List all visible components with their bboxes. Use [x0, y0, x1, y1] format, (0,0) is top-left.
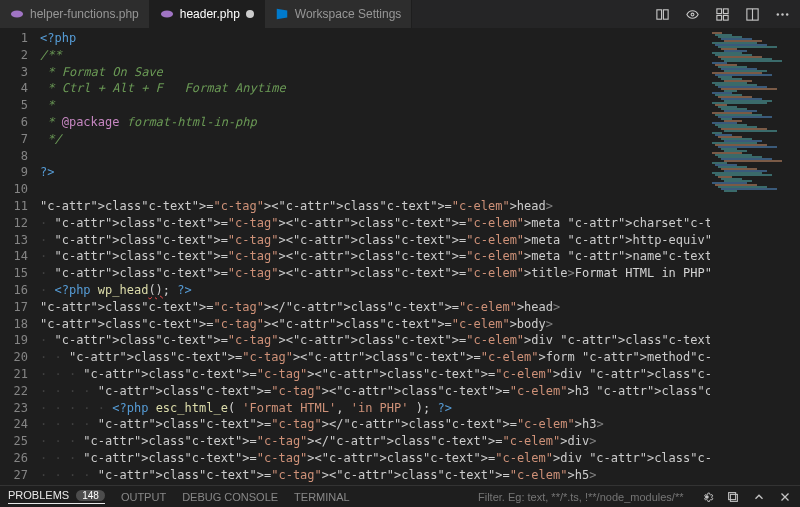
vs-file-icon: [275, 7, 289, 21]
tab-label: helper-functions.php: [30, 7, 139, 21]
svg-rect-15: [730, 494, 737, 501]
svg-rect-7: [716, 15, 721, 20]
compare-icon[interactable]: [654, 6, 670, 22]
svg-point-13: [785, 13, 787, 15]
svg-rect-14: [729, 492, 736, 499]
svg-rect-3: [663, 9, 668, 18]
tab-header-php[interactable]: header.php: [150, 0, 265, 28]
code-content[interactable]: <?php/** * Format On Save * Ctrl + Alt +…: [40, 28, 710, 485]
bottom-panel: PROBLEMS 148 OUTPUT DEBUG CONSOLE TERMIN…: [0, 485, 800, 507]
chevron-up-icon[interactable]: [752, 490, 766, 504]
filter-input[interactable]: [478, 491, 688, 503]
svg-rect-2: [656, 9, 661, 18]
panel-tab-output[interactable]: OUTPUT: [121, 491, 166, 503]
php-file-icon: [160, 7, 174, 21]
tab-label: Workspace Settings: [295, 7, 402, 21]
svg-point-1: [161, 11, 173, 18]
more-icon[interactable]: [774, 6, 790, 22]
svg-point-4: [691, 13, 694, 16]
close-icon[interactable]: [778, 490, 792, 504]
tab-label: header.php: [180, 7, 240, 21]
problems-badge: 148: [76, 490, 105, 501]
php-file-icon: [10, 7, 24, 21]
extension-icon[interactable]: [714, 6, 730, 22]
line-gutter: 1234567891011121314151617181920212223242…: [0, 28, 40, 485]
tab-helper-functions-php[interactable]: helper-functions.php: [0, 0, 150, 28]
svg-rect-8: [723, 15, 728, 20]
tab-workspace-settings[interactable]: Workspace Settings: [265, 0, 413, 28]
preview-icon[interactable]: [684, 6, 700, 22]
dirty-indicator-icon: [246, 10, 254, 18]
panel-problems-label: PROBLEMS: [8, 489, 69, 501]
collapse-all-icon[interactable]: [726, 490, 740, 504]
svg-rect-6: [723, 8, 728, 13]
panel-tab-problems[interactable]: PROBLEMS 148: [8, 489, 105, 504]
svg-point-0: [11, 11, 23, 18]
panel-tab-terminal[interactable]: TERMINAL: [294, 491, 350, 503]
editor-tabs: helper-functions.phpheader.phpWorkspace …: [0, 0, 800, 28]
minimap[interactable]: [710, 28, 800, 485]
svg-point-12: [781, 13, 783, 15]
svg-point-11: [776, 13, 778, 15]
gear-icon[interactable]: [700, 490, 714, 504]
svg-rect-5: [716, 8, 721, 13]
panel-tab-debug[interactable]: DEBUG CONSOLE: [182, 491, 278, 503]
editor-area: 1234567891011121314151617181920212223242…: [0, 28, 800, 485]
split-editor-icon[interactable]: [744, 6, 760, 22]
